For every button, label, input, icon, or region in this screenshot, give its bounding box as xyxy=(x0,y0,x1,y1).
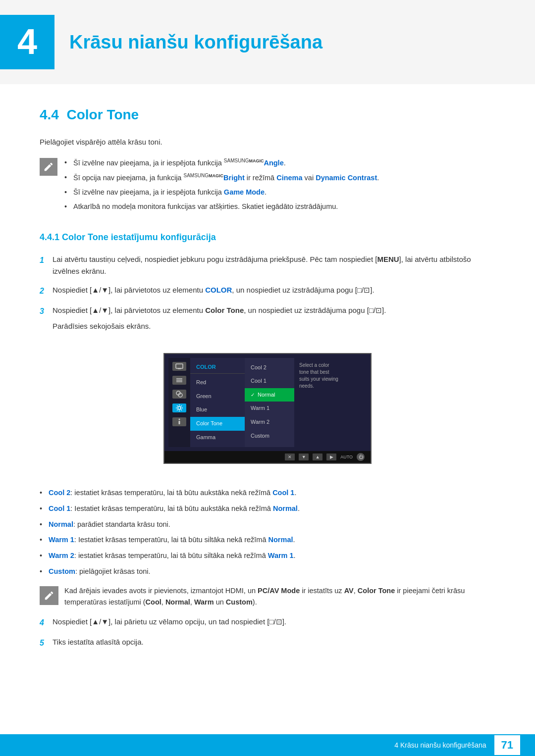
monitor-btn-right: ▶ xyxy=(326,454,336,460)
intro-text: Pielāgojiet vispārējo attēla krāsu toni. xyxy=(40,136,495,148)
auto-label: AUTO xyxy=(340,454,353,460)
option-cool2: Cool 2: iestatiet krāsas temperatūru, la… xyxy=(40,488,495,499)
step-4: 4 Nospiediet [▲/▼], lai pārietu uz vēlam… xyxy=(40,616,495,629)
step-number-2: 2 xyxy=(40,285,53,298)
menu-item-gamma: Gamma xyxy=(190,431,245,445)
note-icon xyxy=(40,158,57,176)
step-number-1: 1 xyxy=(40,254,53,267)
monitor-btn-down: ▼ xyxy=(299,454,309,460)
monitor-btn-power: ⏻ xyxy=(357,453,365,461)
step-text-1: Lai atvērtu taustiņu ceļvedi, nospiediet… xyxy=(53,253,495,277)
option-warm2: Warm 2: iestatiet krāsas temperatūru, la… xyxy=(40,551,495,561)
step-5: 5 Tiks iestatīta atlasītā opcija. xyxy=(40,636,495,650)
section-title: 4.4 Color Tone xyxy=(40,104,495,126)
menu-list: COLOR Red Green Blue Color Tone Gamma xyxy=(190,358,245,448)
monitor-btn-up: ▲ xyxy=(313,454,322,460)
info-note: Kad ārējais ievades avots ir pievienots,… xyxy=(40,585,495,608)
menu-item-green: Green xyxy=(190,390,245,403)
monitor-menu: COLOR Red Green Blue Color Tone Gamma Co… xyxy=(168,358,367,448)
step-text-4: Nospiediet [▲/▼], lai pārietu uz vēlamo … xyxy=(53,616,286,628)
svg-point-8 xyxy=(179,418,180,420)
chapter-title: Krāsu nianšu konfigurēšana xyxy=(69,27,322,57)
notes-list: Šī izvēlne nav pieejama, ja ir iespējota… xyxy=(64,157,379,215)
subsection-title: 4.4.1 Color Tone iestatījumu konfigurāci… xyxy=(40,230,495,245)
monitor-icon-lines xyxy=(172,376,186,385)
step-3: 3 Nospiediet [▲/▼], lai pārvietotos uz e… xyxy=(40,304,495,332)
chapter-number: 4 xyxy=(0,15,54,69)
info-note-text: Kad ārējais ievades avots ir pievienots,… xyxy=(64,585,495,608)
options-list: Cool 2: iestatiet krāsas temperatūru, la… xyxy=(40,488,495,577)
menu-header: COLOR xyxy=(190,361,245,374)
step-number-3: 3 xyxy=(40,305,53,318)
monitor-icon-info xyxy=(172,417,186,426)
monitor-sidebar xyxy=(168,358,190,448)
submenu-warm2: Warm 2 xyxy=(245,415,294,429)
info-icon-box xyxy=(40,586,58,605)
step-2: 2 Nospiediet [▲/▼], lai pārvietotos uz e… xyxy=(40,284,495,298)
pencil-icon xyxy=(43,161,54,172)
menu-item-blue: Blue xyxy=(190,403,245,417)
step-text-3: Nospiediet [▲/▼], lai pārvietotos uz ele… xyxy=(53,304,386,316)
submenu-warm1: Warm 1 xyxy=(245,402,294,415)
step-1: 1 Lai atvērtu taustiņu ceļvedi, nospiedi… xyxy=(40,253,495,277)
menu-item-colortone: Color Tone xyxy=(190,417,245,431)
side-description: Select a color tone that best suits your… xyxy=(294,358,344,448)
chapter-header: 4 Krāsu nianšu konfigurēšana xyxy=(0,0,535,84)
submenu-cool2: Cool 2 xyxy=(245,361,294,375)
monitor-ui-container: COLOR Red Green Blue Color Tone Gamma Co… xyxy=(40,343,495,474)
option-warm1: Warm 1: Iestatiet krāsas temperatūru, la… xyxy=(40,535,495,546)
step-number-4: 4 xyxy=(40,616,53,629)
monitor-icon-display xyxy=(172,362,186,371)
note-block: Šī izvēlne nav pieejama, ja ir iespējota… xyxy=(40,157,495,215)
step-text-5: Tiks iestatīta atlasītā opcija. xyxy=(53,636,144,648)
step-subtext-3: Parādīsies sekojošais ekrāns. xyxy=(53,320,386,332)
note-item-1: Šī izvēlne nav pieejama, ja ir iespējota… xyxy=(64,157,379,169)
monitor-ui-inner: COLOR Red Green Blue Color Tone Gamma Co… xyxy=(164,354,371,452)
footer-page-number: 71 xyxy=(494,735,520,755)
note-item-2: Šī opcija nav pieejama, ja funkcija SAMS… xyxy=(64,172,379,184)
svg-rect-1 xyxy=(178,368,181,369)
monitor-icon-color xyxy=(172,390,186,399)
menu-item-red: Red xyxy=(190,376,245,390)
checkmark-icon: ✓ xyxy=(251,391,255,399)
monitor-ui: COLOR Red Green Blue Color Tone Gamma Co… xyxy=(163,353,372,464)
main-content: 4.4 Color Tone Pielāgojiet vispārējo att… xyxy=(0,104,535,649)
note-item-4: Atkarībā no modeļa monitora funkcijas va… xyxy=(64,201,379,212)
monitor-icon-settings xyxy=(172,403,186,412)
monitor-bottom-bar: ✕ ▼ ▲ ▶ AUTO ⏻ xyxy=(164,451,371,463)
pencil-icon-2 xyxy=(44,590,54,601)
svg-rect-0 xyxy=(176,364,183,368)
svg-point-7 xyxy=(178,406,181,409)
page-footer: 4 Krāsu nianšu konfigurēšana 71 xyxy=(0,734,535,756)
step-text-2: Nospiediet [▲/▼], lai pārvietotos uz ele… xyxy=(53,284,374,296)
footer-text: 4 Krāsu nianšu konfigurēšana xyxy=(394,740,486,751)
submenu-list: Cool 2 Cool 1 ✓ Normal Warm 1 Warm 2 Cus… xyxy=(245,358,294,448)
step-number-5: 5 xyxy=(40,637,53,650)
submenu-normal: ✓ Normal xyxy=(245,388,294,402)
option-normal: Normal: parādiet standarta krāsu toni. xyxy=(40,519,495,530)
option-custom: Custom: pielāgojiet krāsas toni. xyxy=(40,566,495,577)
monitor-btn-x: ✕ xyxy=(285,454,295,460)
note-item-3: Šī izvēlne nav pieejama, ja ir iespējota… xyxy=(64,187,379,198)
submenu-custom: Custom xyxy=(245,429,294,443)
option-cool1: Cool 1: Iestatiet krāsas temperatūru, la… xyxy=(40,504,495,514)
svg-rect-9 xyxy=(179,421,180,424)
submenu-cool1: Cool 1 xyxy=(245,374,294,388)
